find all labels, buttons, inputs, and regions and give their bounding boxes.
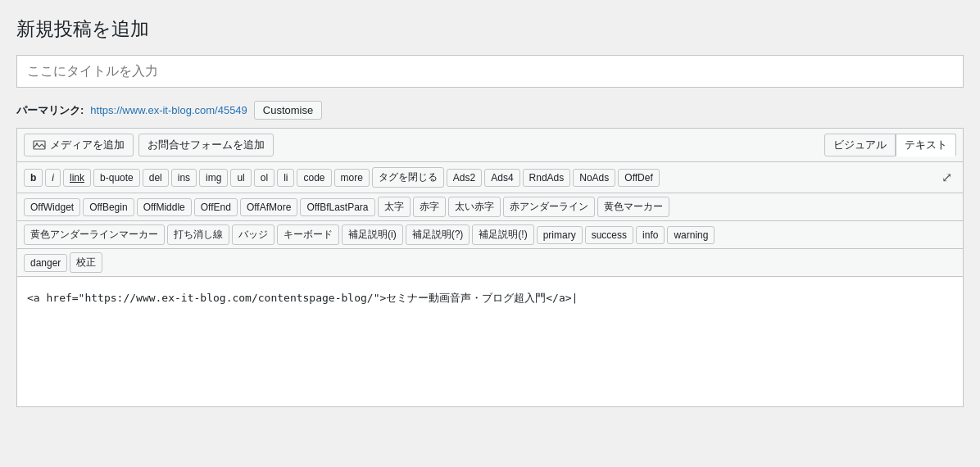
view-toggle: ビジュアル テキスト	[824, 134, 956, 156]
format-btn-OffBegin[interactable]: OffBegin	[83, 198, 134, 216]
format-toolbar-row3: 黄色アンダーラインマーカー打ち消し線バッジキーボード補足説明(i)補足説明(?)…	[16, 220, 964, 248]
format-toolbar-row2: OffWidgetOffBeginOffMiddleOffEndOffAfMor…	[16, 193, 964, 220]
format-btn----[interactable]: バッジ	[232, 224, 274, 245]
format-btn-ul[interactable]: ul	[230, 169, 251, 187]
format-btn-primary[interactable]: primary	[537, 226, 583, 244]
toolbar-left: メディアを追加 お問合せフォームを追加	[24, 134, 274, 156]
format-btn-link[interactable]: link	[63, 169, 91, 187]
format-btn-Ads2[interactable]: Ads2	[447, 169, 482, 187]
format-toolbar-row1: bilinkb-quotedelinsimgulollicodemoreタグを閉…	[16, 161, 964, 193]
format-btn------i-[interactable]: 補足説明(i)	[342, 224, 403, 245]
post-title-input[interactable]	[16, 55, 964, 88]
editor-content-area[interactable]: <a href="https://www.ex-it-blog.com/cont…	[16, 276, 964, 407]
format-btn-OffEnd[interactable]: OffEnd	[194, 198, 238, 216]
format-btn-success[interactable]: success	[585, 226, 633, 244]
format-btn-OffDef[interactable]: OffDef	[618, 169, 659, 187]
format-btn--------[interactable]: 補足説明(?)	[406, 224, 470, 245]
format-btn-OffAfMore[interactable]: OffAfMore	[240, 198, 297, 216]
format-btn-i[interactable]: i	[45, 169, 61, 187]
editor-content: <a href="https://www.ex-it-blog.com/cont…	[27, 292, 578, 304]
format-btn---------[interactable]: 赤アンダーライン	[503, 197, 595, 217]
format-btn-NoAds[interactable]: NoAds	[573, 169, 615, 187]
permalink-bar: パーマリンク: https://www.ex-it-blog.com/45549…	[16, 96, 964, 128]
format-btn-ol[interactable]: ol	[254, 169, 274, 187]
add-media-button[interactable]: メディアを追加	[24, 134, 134, 156]
format-btn------[interactable]: キーボード	[277, 224, 339, 245]
format-btn-ins[interactable]: ins	[171, 169, 197, 187]
media-icon	[33, 138, 46, 152]
format-btn-------[interactable]: 黄色マーカー	[597, 197, 669, 217]
format-btn-warning[interactable]: warning	[667, 226, 715, 244]
format-toolbar-row4: danger校正	[16, 248, 964, 276]
format-btn-del[interactable]: del	[143, 169, 169, 187]
format-btn-b[interactable]: b	[24, 169, 43, 187]
format-btn-------[interactable]: タグを閉じる	[372, 167, 444, 188]
format-btn-OffWidget[interactable]: OffWidget	[24, 198, 80, 216]
format-btn-danger[interactable]: danger	[24, 254, 67, 272]
format-btn-----[interactable]: 太い赤字	[448, 197, 501, 217]
format-btn-b-quote[interactable]: b-quote	[93, 169, 140, 187]
expand-fullscreen-icon[interactable]: ⤢	[937, 167, 956, 188]
format-btn---[interactable]: 赤字	[413, 197, 446, 217]
format-btn------[interactable]: 打ち消し線	[167, 224, 229, 245]
format-btn-OffMiddle[interactable]: OffMiddle	[137, 198, 192, 216]
format-btn--------[interactable]: 補足説明(!)	[472, 224, 533, 245]
format-btn-Ads4[interactable]: Ads4	[484, 169, 519, 187]
format-btn-RndAds[interactable]: RndAds	[523, 169, 571, 187]
customise-button[interactable]: Customise	[254, 101, 322, 120]
page-title: 新規投稿を追加	[16, 16, 964, 42]
format-btn-code[interactable]: code	[297, 169, 331, 187]
format-btn--------------[interactable]: 黄色アンダーラインマーカー	[24, 224, 165, 245]
format-btn-more[interactable]: more	[334, 169, 370, 187]
add-media-label: メディアを追加	[50, 138, 125, 152]
format-btn---[interactable]: 校正	[70, 252, 102, 273]
permalink-label: パーマリンク:	[16, 103, 84, 118]
text-view-button[interactable]: テキスト	[896, 134, 956, 156]
svg-rect-0	[34, 141, 45, 149]
format-btn---[interactable]: 太字	[378, 197, 411, 217]
format-btn-OffBfLastPara[interactable]: OffBfLastPara	[300, 198, 374, 216]
add-contact-form-button[interactable]: お問合せフォームを追加	[138, 134, 274, 156]
permalink-url[interactable]: https://www.ex-it-blog.com/45549	[90, 104, 247, 116]
visual-view-button[interactable]: ビジュアル	[824, 134, 896, 156]
format-btn-li[interactable]: li	[277, 169, 294, 187]
format-btn-info[interactable]: info	[636, 226, 665, 244]
format-btn-img[interactable]: img	[199, 169, 228, 187]
editor-toolbar-top: メディアを追加 お問合せフォームを追加 ビジュアル テキスト	[16, 128, 964, 161]
